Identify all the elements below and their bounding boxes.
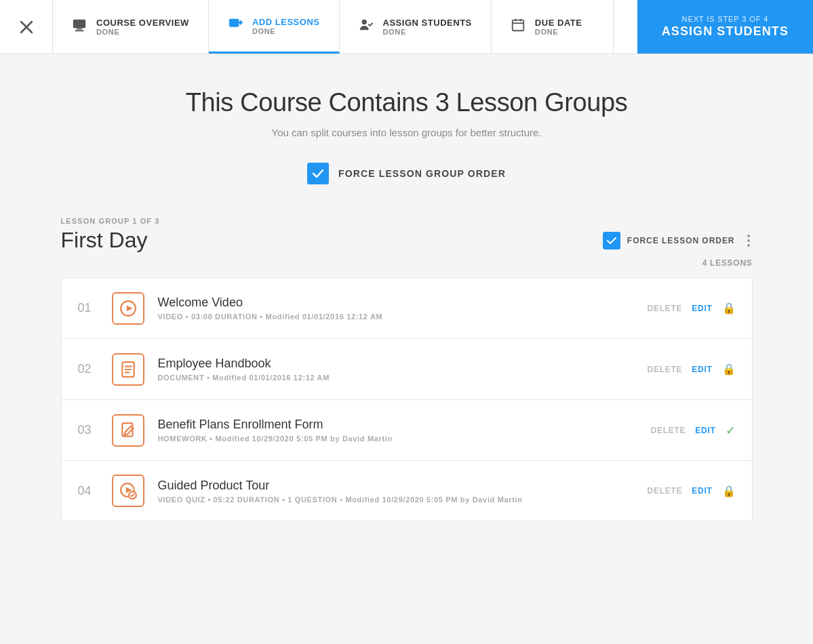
svg-rect-4 (75, 30, 84, 31)
lock-icon: 🔒 (722, 302, 736, 315)
force-lesson-order-checkbox[interactable] (603, 232, 620, 249)
homework-icon (119, 422, 137, 439)
lesson-group-name: First Day (61, 228, 148, 253)
page-title: This Course Contains 3 Lesson Groups (61, 88, 753, 117)
lesson-number: 02 (78, 362, 98, 376)
lesson-group-menu-button[interactable] (745, 232, 753, 249)
lesson-delete-button[interactable]: DELETE (648, 486, 683, 496)
lesson-edit-button[interactable]: EDIT (692, 486, 712, 496)
lesson-title: Employee Handbook (158, 357, 634, 371)
force-lesson-order-label: FORCE LESSON ORDER (627, 236, 735, 245)
due-date-label: DUE DATE (535, 18, 582, 28)
next-step-button[interactable]: NEXT IS STEP 3 OF 4 ASSIGN STUDENTS (637, 0, 813, 54)
lesson-title: Guided Product Tour (158, 479, 634, 493)
assign-students-sub: DONE (383, 28, 472, 36)
lesson-number: 01 (78, 301, 98, 315)
lesson-group-row: First Day FORCE LESSON ORDER (61, 228, 753, 253)
next-step-sub: NEXT IS STEP 3 OF 4 (682, 15, 769, 23)
svg-rect-9 (513, 20, 524, 31)
lesson-title: Welcome Video (158, 296, 634, 310)
close-button[interactable] (0, 0, 53, 54)
add-lessons-sub: DONE (252, 27, 320, 35)
lesson-document-icon-wrap (112, 353, 144, 386)
add-lessons-label: ADD LESSONS (252, 17, 320, 27)
svg-rect-2 (73, 20, 85, 28)
top-nav: COURSE OVERVIEW DONE ADD LESSONS DONE AS (0, 0, 813, 54)
lock-icon: 🔒 (722, 485, 736, 498)
lesson-delete-button[interactable]: DELETE (648, 304, 683, 313)
lesson-edit-button[interactable]: EDIT (692, 304, 712, 313)
nav-step-assign-students[interactable]: ASSIGN STUDENTS DONE (340, 0, 492, 54)
document-icon (119, 361, 137, 378)
video-play-icon (119, 300, 137, 317)
table-row: 01 Welcome Video VIDEO • 03:00 DURATION … (61, 277, 753, 338)
course-overview-label: COURSE OVERVIEW (96, 18, 189, 28)
lesson-group-header: LESSON GROUP 1 OF 3 First Day FORCE LESS… (61, 217, 753, 253)
due-date-sub: DONE (535, 28, 582, 36)
svg-point-8 (361, 20, 366, 24)
force-lesson-order-row[interactable]: FORCE LESSON ORDER (603, 232, 735, 249)
nav-step-due-date[interactable]: DUE DATE DONE (492, 0, 614, 54)
check-icon: ✓ (726, 423, 736, 438)
lesson-delete-button[interactable]: DELETE (651, 426, 686, 435)
lesson-meta: VIDEO • 03:00 DURATION • Modified 01/01/… (158, 313, 634, 321)
force-group-order-label: FORCE LESSON GROUP ORDER (338, 168, 506, 179)
lesson-meta: HOMEWORK • Modified 10/29/2020 5:05 PM b… (158, 435, 637, 443)
svg-rect-5 (229, 18, 239, 26)
lessons-count: 4 LESSONS (61, 258, 753, 268)
nav-step-add-lessons[interactable]: ADD LESSONS DONE (209, 0, 340, 54)
lesson-video-quiz-icon-wrap (112, 475, 144, 507)
main-content: This Course Contains 3 Lesson Groups You… (47, 54, 766, 548)
lesson-number: 04 (78, 484, 98, 498)
assign-students-label: ASSIGN STUDENTS (383, 18, 472, 28)
force-lesson-group-order-row[interactable]: FORCE LESSON GROUP ORDER (61, 163, 753, 184)
lesson-video-icon-wrap (112, 292, 144, 325)
course-overview-sub: DONE (96, 28, 189, 36)
lock-icon: 🔒 (722, 363, 736, 376)
lesson-delete-button[interactable]: DELETE (648, 365, 683, 374)
lesson-meta: DOCUMENT • Modified 01/01/2016 12:12 AM (158, 374, 634, 382)
lesson-homework-icon-wrap (112, 414, 144, 447)
assign-students-icon (359, 18, 374, 36)
course-overview-icon (72, 18, 87, 36)
svg-marker-14 (126, 305, 132, 311)
lesson-list: 01 Welcome Video VIDEO • 03:00 DURATION … (61, 277, 753, 521)
lesson-group-tag: LESSON GROUP 1 OF 3 (61, 217, 753, 225)
lesson-edit-button[interactable]: EDIT (692, 365, 712, 374)
lesson-number: 03 (78, 423, 98, 437)
table-row: 02 Employee Handbook DOCUMENT • Modified… (61, 338, 753, 399)
next-step-label: ASSIGN STUDENTS (662, 24, 789, 39)
lesson-edit-button[interactable]: EDIT (695, 426, 715, 435)
table-row: 03 Benefit Plans Enrollment Form HOMEWOR… (61, 399, 753, 460)
add-lessons-icon (228, 17, 243, 35)
lesson-title: Benefit Plans Enrollment Form (158, 418, 637, 432)
lesson-meta: VIDEO QUIZ • 05:22 DURATION • 1 QUESTION… (158, 496, 634, 504)
table-row: 04 Guided Product Tour VIDEO QUIZ • 05:2… (61, 460, 753, 521)
due-date-icon (511, 18, 526, 36)
force-group-order-checkbox[interactable] (307, 163, 329, 184)
svg-rect-3 (77, 28, 81, 30)
video-quiz-icon (119, 482, 137, 500)
page-subtitle: You can split courses into lesson groups… (61, 127, 753, 138)
nav-step-course-overview[interactable]: COURSE OVERVIEW DONE (53, 0, 209, 54)
